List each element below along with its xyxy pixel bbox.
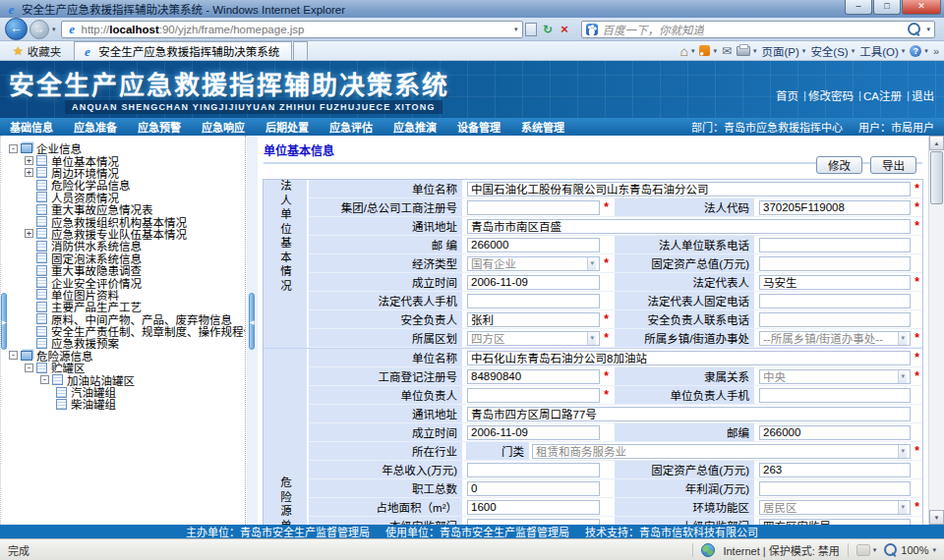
form-input[interactable]: 中石化山东青岛石油分公司8加油站 (467, 351, 911, 365)
tree-item[interactable]: 柴油罐组 (1, 398, 245, 410)
minimize-button[interactable]: – (845, 0, 872, 15)
overflow-chevron-icon[interactable]: » (933, 45, 939, 57)
form-input[interactable] (467, 294, 600, 308)
form-input[interactable]: 2006-11-09 (467, 425, 600, 440)
maximize-button[interactable]: □ (873, 0, 901, 15)
close-button[interactable]: ✕ (902, 0, 941, 15)
doc-icon (36, 289, 47, 300)
header-link-2[interactable]: CA注册 (863, 87, 902, 103)
menu-item[interactable]: 应急准备 (74, 119, 117, 135)
field-label: 占地面积（m²） (309, 498, 464, 516)
form-input[interactable] (759, 238, 911, 252)
menu-item[interactable]: 系统管理 (521, 119, 564, 135)
tree-item[interactable]: -危险源信息 (1, 350, 245, 362)
form-input[interactable]: 马安生 (759, 275, 911, 290)
menu-item[interactable]: 应急响应 (202, 119, 245, 135)
tree-item[interactable]: -企业信息 (1, 142, 245, 154)
command-item-1[interactable]: 安全(S)▾ (810, 43, 855, 59)
form-select[interactable]: 居民区▾ (759, 500, 911, 515)
form-input[interactable]: 青岛市市南区百盛 (467, 219, 911, 234)
collapse-left-handle[interactable]: ▶ (1, 293, 7, 350)
menu-item[interactable]: 后期处置 (266, 119, 309, 135)
form-select[interactable]: --所属乡镇/街道办事处--▾ (759, 331, 911, 346)
favorites-button[interactable]: ★ 收藏夹 (4, 43, 70, 59)
tree-item[interactable]: 汽油罐组 (1, 386, 245, 398)
form-input[interactable]: 张利 (467, 312, 600, 327)
tree-expander-icon[interactable]: - (9, 351, 18, 360)
history-dropdown-icon[interactable]: ▾ (52, 26, 56, 33)
form-input[interactable]: 266000 (759, 425, 911, 440)
form-input[interactable]: 263 (759, 463, 911, 477)
form-input[interactable]: 370205F119008 (759, 200, 911, 215)
print-button[interactable]: ▾ (737, 46, 757, 56)
tree-expander-icon[interactable]: + (25, 156, 33, 165)
form-select[interactable]: 中央▾ (759, 369, 911, 384)
scrollbar-thumb[interactable] (930, 151, 943, 204)
refresh-button[interactable]: ↻ (540, 21, 557, 38)
search-dropdown-icon[interactable]: ▾ (926, 26, 930, 33)
form-input[interactable] (759, 294, 911, 308)
scroll-down-icon[interactable]: ▼ (929, 510, 944, 525)
browser-tab[interactable]: e 安全生产应急救援指挥辅助决策系统 (74, 41, 292, 60)
form-input[interactable]: 1600 (467, 500, 600, 515)
search-box[interactable]: 百度一下，你就知道 ▾ (581, 21, 935, 38)
search-icon[interactable] (908, 23, 920, 35)
form-select[interactable]: 国有企业▾ (467, 256, 600, 271)
tree-expander-icon[interactable]: - (25, 364, 33, 372)
form-select[interactable]: 租赁和商务服务业▾ (532, 444, 911, 459)
content-scrollbar[interactable]: ▲ ▼ (928, 136, 944, 525)
scroll-up-icon[interactable]: ▲ (929, 136, 944, 150)
forward-button[interactable]: → (30, 20, 49, 39)
form-input[interactable]: 84890840 (467, 369, 600, 384)
form-input[interactable] (467, 388, 600, 403)
header-link-3[interactable]: 退出 (912, 87, 934, 103)
new-tab-button[interactable] (293, 41, 308, 60)
tree-expander-icon[interactable]: + (25, 168, 33, 177)
modify-button[interactable]: 修改 (816, 156, 862, 174)
menu-item[interactable]: 应急评估 (329, 119, 373, 135)
form-input[interactable] (759, 256, 911, 271)
zoom-dropdown-icon[interactable]: ▾ (932, 546, 936, 554)
form-input[interactable]: 0 (467, 481, 600, 496)
tree-item[interactable]: -加油站油罐区 (1, 373, 245, 385)
stop-button[interactable]: × (557, 21, 573, 38)
menu-item[interactable]: 设备管理 (457, 119, 501, 135)
smartscreen-button[interactable]: ▾ (856, 544, 877, 556)
collapse-right-handle[interactable]: ◀ (249, 293, 255, 350)
export-button[interactable]: 导出 (870, 156, 916, 174)
command-item-2[interactable]: 工具(O)▾ (859, 43, 905, 59)
form-input[interactable]: 2006-11-09 (467, 275, 600, 290)
tree-item[interactable]: 安全生产责任制、规章制度、操作规程信息 (1, 325, 245, 337)
form-input[interactable]: 266000 (467, 238, 600, 252)
form-input[interactable] (759, 312, 911, 327)
help-button[interactable]: ?▾ (910, 45, 928, 57)
menu-item[interactable]: 基础信息 (10, 119, 53, 135)
form-input[interactable] (759, 481, 911, 496)
feeds-button[interactable]: ▾ (699, 45, 717, 56)
menu-item[interactable]: 应急预警 (138, 119, 181, 135)
zoom-control[interactable]: 100% ▾ (884, 543, 936, 556)
tree-item[interactable]: 危险化学品信息 (1, 179, 245, 191)
command-item-0[interactable]: 页面(P)▾ (762, 43, 806, 59)
form-input[interactable]: 中国石油化工股份有限公司山东青岛石油分公司 (467, 182, 911, 196)
header-link-1[interactable]: 修改密码 (808, 87, 854, 103)
tree-item[interactable]: 企业安全评价情况 (1, 276, 245, 288)
form-select[interactable]: 四方区▾ (467, 331, 600, 346)
tree-expander-icon[interactable]: + (25, 229, 33, 238)
rss-icon (699, 45, 710, 56)
tree-item[interactable]: +单位基本情况 (1, 154, 245, 166)
form-input[interactable]: 青岛市四方区周口路77号 (467, 407, 911, 421)
form-input[interactable] (467, 463, 600, 477)
tree-expander-icon[interactable]: - (9, 144, 18, 153)
home-button[interactable]: ⌂▾ (679, 45, 694, 57)
compatibility-view-button[interactable] (523, 21, 540, 38)
mail-icon[interactable]: ✉ (722, 44, 732, 58)
header-link-0[interactable]: 首页 (776, 87, 798, 103)
address-bar[interactable]: e http://localhost:90/yjzh/frame/homepag… (61, 21, 523, 38)
menu-item[interactable]: 应急推演 (393, 119, 437, 135)
form-input[interactable] (467, 200, 600, 215)
tree-expander-icon[interactable]: - (40, 375, 49, 384)
address-dropdown-icon[interactable]: ▾ (514, 26, 518, 33)
back-button[interactable]: ← (5, 18, 28, 40)
form-input[interactable] (759, 388, 911, 403)
